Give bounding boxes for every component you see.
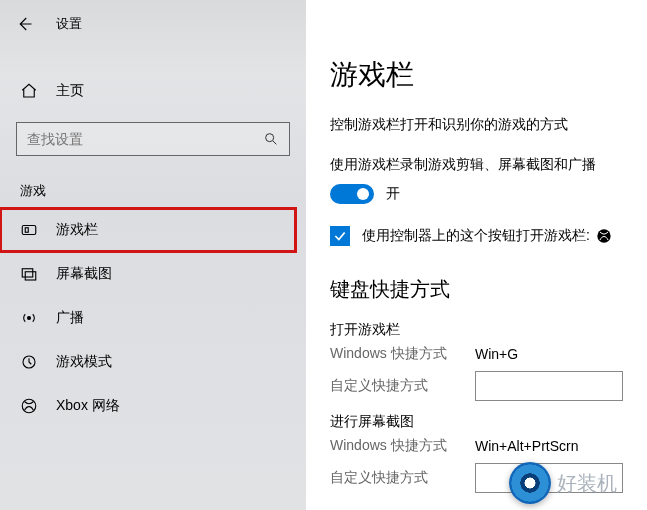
window-title: 设置 (56, 15, 82, 33)
custom-shortcut-input[interactable] (475, 463, 623, 493)
search-box[interactable] (16, 122, 290, 156)
main-content: 游戏栏 控制游戏栏打开和识别你的游戏的方式 使用游戏栏录制游戏剪辑、屏幕截图和广… (306, 0, 647, 510)
sidebar-item-label: 屏幕截图 (56, 265, 112, 283)
sidebar-item-label: 广播 (56, 309, 84, 327)
page-title: 游戏栏 (330, 56, 623, 94)
custom-shortcut-input[interactable] (475, 371, 623, 401)
gamebar-toggle[interactable] (330, 184, 374, 204)
screenshot-icon (20, 265, 38, 283)
svg-rect-4 (25, 272, 36, 280)
shortcut-group: 打开游戏栏 Windows 快捷方式 Win+G 自定义快捷方式 (330, 321, 623, 401)
gamebar-icon (20, 221, 38, 239)
sidebar-home[interactable]: 主页 (0, 72, 306, 110)
controller-checkbox[interactable] (330, 226, 350, 246)
sidebar-item-screenshot[interactable]: 屏幕截图 (0, 252, 306, 296)
gamemode-icon (20, 353, 38, 371)
sidebar-item-gamemode[interactable]: 游戏模式 (0, 340, 306, 384)
sidebar-item-label: Xbox 网络 (56, 397, 120, 415)
toggle-description: 使用游戏栏录制游戏剪辑、屏幕截图和广播 (330, 156, 623, 174)
page-description: 控制游戏栏打开和识别你的游戏的方式 (330, 116, 623, 134)
shortcut-group-title: 进行屏幕截图 (330, 413, 623, 431)
toggle-label: 开 (386, 185, 400, 203)
svg-rect-2 (25, 228, 28, 233)
back-button[interactable] (12, 12, 36, 36)
shortcut-label: Windows 快捷方式 (330, 345, 475, 363)
sidebar-item-gamebar[interactable]: 游戏栏 (0, 208, 296, 252)
sidebar-item-xbox[interactable]: Xbox 网络 (0, 384, 306, 428)
svg-point-5 (28, 317, 31, 320)
home-icon (20, 82, 38, 100)
shortcut-label: Windows 快捷方式 (330, 437, 475, 455)
svg-rect-3 (22, 269, 33, 277)
shortcuts-heading: 键盘快捷方式 (330, 276, 623, 303)
shortcut-label: 自定义快捷方式 (330, 377, 475, 395)
broadcast-icon (20, 309, 38, 327)
checkbox-label: 使用控制器上的这个按钮打开游戏栏: (362, 227, 590, 245)
sidebar-item-label: 游戏栏 (56, 221, 98, 239)
sidebar: 设置 主页 游戏 游戏栏 屏幕截图 (0, 0, 306, 510)
shortcut-label: 自定义快捷方式 (330, 469, 475, 487)
svg-rect-1 (22, 226, 36, 235)
sidebar-item-broadcast[interactable]: 广播 (0, 296, 306, 340)
xbox-icon (20, 397, 38, 415)
sidebar-home-label: 主页 (56, 82, 84, 100)
search-input[interactable] (27, 131, 263, 147)
shortcut-group: 进行屏幕截图 Windows 快捷方式 Win+Alt+PrtScrn 自定义快… (330, 413, 623, 493)
shortcut-value: Win+Alt+PrtScrn (475, 438, 578, 454)
shortcut-value: Win+G (475, 346, 518, 362)
sidebar-section-header: 游戏 (0, 172, 306, 208)
svg-point-0 (266, 134, 274, 142)
search-icon (263, 131, 279, 147)
shortcut-group-title: 打开游戏栏 (330, 321, 623, 339)
xbox-button-icon (596, 228, 612, 244)
sidebar-item-label: 游戏模式 (56, 353, 112, 371)
